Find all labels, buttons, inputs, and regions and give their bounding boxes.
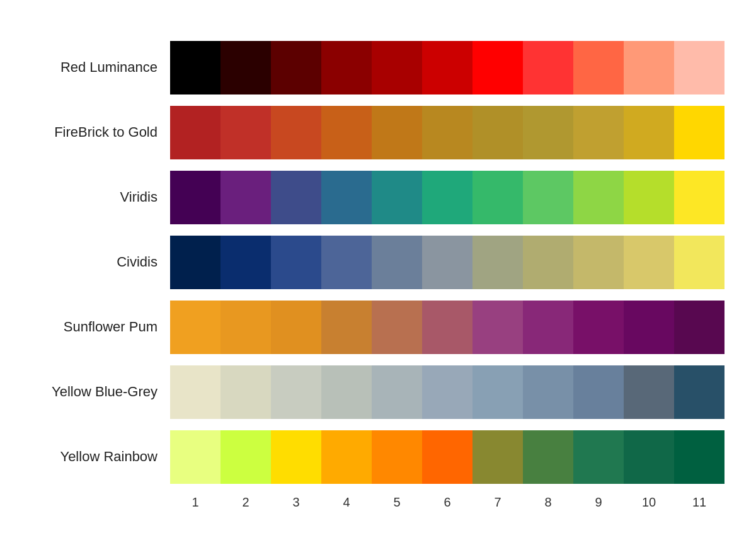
color-swatch [220, 365, 271, 419]
color-swatch [422, 171, 472, 224]
color-swatch [271, 106, 321, 159]
color-swatch [372, 41, 422, 95]
palette-row: Viridis [32, 171, 724, 224]
axis-label: 7 [472, 495, 523, 510]
color-swatch [674, 430, 724, 484]
axis-label: 2 [220, 495, 271, 510]
color-swatch [271, 41, 321, 95]
color-swatch [472, 430, 523, 484]
color-swatch [422, 301, 472, 354]
color-swatch [170, 430, 220, 484]
color-swatch [523, 106, 573, 159]
color-swatch [674, 106, 724, 159]
color-swatch [472, 106, 523, 159]
color-swatch [472, 171, 523, 224]
color-swatch [573, 236, 624, 289]
color-swatch [372, 171, 422, 224]
color-swatch [372, 365, 422, 419]
palette-row: Red Luminance [32, 41, 724, 95]
color-swatch [624, 171, 674, 224]
chart-container: Red LuminanceFireBrick to GoldViridisCiv… [32, 28, 724, 522]
color-swatch [472, 301, 523, 354]
color-swatch [170, 106, 220, 159]
color-swatch [523, 236, 573, 289]
color-swatch [321, 301, 372, 354]
color-swatch [624, 106, 674, 159]
color-swatch [220, 236, 271, 289]
axis-label: 6 [422, 495, 472, 510]
axis-label: 4 [321, 495, 372, 510]
palette-label: Sunflower Pum [32, 319, 170, 335]
palette-row: Yellow Rainbow [32, 430, 724, 484]
axis-label: 10 [624, 495, 674, 510]
axis-label: 8 [523, 495, 573, 510]
palette-row: Sunflower Pum [32, 301, 724, 354]
color-swatch [573, 171, 624, 224]
color-swatch [271, 365, 321, 419]
palette-label: Yellow Blue-Grey [32, 384, 170, 400]
color-swatch [271, 301, 321, 354]
palette-label: Cividis [32, 254, 170, 270]
color-swatch [674, 236, 724, 289]
axis-label: 9 [573, 495, 624, 510]
color-swatch [170, 171, 220, 224]
color-swatch [422, 365, 472, 419]
palette-label: FireBrick to Gold [32, 124, 170, 140]
palette-label: Yellow Rainbow [32, 449, 170, 465]
color-swatch [170, 236, 220, 289]
palette-swatches [170, 41, 724, 95]
axis-label: 11 [674, 495, 724, 510]
color-swatch [523, 171, 573, 224]
color-swatch [624, 236, 674, 289]
palette-label: Viridis [32, 189, 170, 205]
color-swatch [573, 365, 624, 419]
color-swatch [372, 301, 422, 354]
color-swatch [220, 430, 271, 484]
axis-label: 1 [170, 495, 220, 510]
color-swatch [624, 41, 674, 95]
axis-labels: 1234567891011 [170, 495, 724, 510]
color-swatch [472, 41, 523, 95]
palette-label: Red Luminance [32, 59, 170, 76]
color-swatch [422, 430, 472, 484]
color-swatch [220, 301, 271, 354]
color-swatch [624, 430, 674, 484]
color-swatch [220, 106, 271, 159]
palette-swatches [170, 106, 724, 159]
color-swatch [422, 106, 472, 159]
axis-label: 3 [271, 495, 321, 510]
color-swatch [674, 365, 724, 419]
color-swatch [422, 236, 472, 289]
color-swatch [573, 41, 624, 95]
color-swatch [372, 106, 422, 159]
palette-swatches [170, 430, 724, 484]
color-swatch [321, 365, 372, 419]
color-swatch [472, 236, 523, 289]
color-swatch [321, 41, 372, 95]
palette-row: Cividis [32, 236, 724, 289]
color-swatch [372, 236, 422, 289]
color-swatch [624, 365, 674, 419]
color-swatch [573, 106, 624, 159]
palette-swatches [170, 171, 724, 224]
color-swatch [321, 430, 372, 484]
color-swatch [170, 301, 220, 354]
axis-label: 5 [372, 495, 422, 510]
color-swatch [220, 41, 271, 95]
color-swatch [372, 430, 422, 484]
color-swatch [220, 171, 271, 224]
color-swatch [321, 236, 372, 289]
color-swatch [674, 301, 724, 354]
color-swatch [674, 171, 724, 224]
color-swatch [624, 301, 674, 354]
color-swatch [271, 236, 321, 289]
color-swatch [573, 301, 624, 354]
axis-row: 1234567891011 [32, 495, 724, 510]
color-swatch [321, 171, 372, 224]
color-swatch [170, 41, 220, 95]
palette-swatches [170, 301, 724, 354]
color-swatch [573, 430, 624, 484]
palette-row: FireBrick to Gold [32, 106, 724, 159]
color-swatch [523, 430, 573, 484]
color-swatch [674, 41, 724, 95]
